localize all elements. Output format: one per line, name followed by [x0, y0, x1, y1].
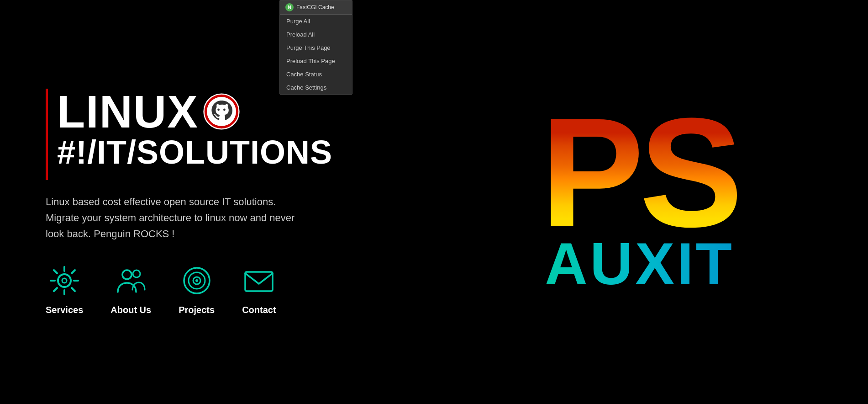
menu-item-cache-settings[interactable]: Cache Settings — [280, 81, 352, 94]
menu-item-purge-this-page[interactable]: Purge This Page — [280, 41, 352, 54]
svg-point-14 — [122, 270, 132, 279]
about-us-icon — [115, 265, 147, 298]
logo-text-block: LINUX #!/IT/SOLUTIONS — [57, 89, 332, 170]
services-icon — [48, 265, 80, 298]
svg-point-2 — [217, 108, 220, 111]
svg-line-10 — [54, 270, 57, 273]
projects-icon — [181, 265, 213, 298]
nav-item-about-us[interactable]: About Us — [110, 265, 151, 315]
tagline-text: Linux based cost effective open source I… — [46, 194, 301, 242]
svg-point-15 — [133, 270, 140, 277]
projects-label: Projects — [179, 305, 215, 315]
dropdown-title: FastCGI Cache — [296, 4, 334, 11]
services-label: Services — [46, 305, 83, 315]
svg-point-3 — [223, 108, 226, 111]
svg-line-12 — [72, 270, 75, 273]
menu-item-purge-all[interactable]: Purge All — [280, 15, 352, 28]
nginx-icon: N — [285, 3, 294, 11]
nav-item-projects[interactable]: Projects — [179, 265, 215, 315]
svg-point-4 — [58, 274, 71, 287]
contact-label: Contact — [242, 305, 276, 315]
contact-icon — [243, 265, 275, 298]
svg-point-5 — [62, 278, 67, 283]
about-us-label: About Us — [110, 305, 151, 315]
nav-icons: Services About Us — [46, 265, 384, 315]
svg-rect-20 — [245, 272, 273, 291]
linux-row: LINUX — [57, 89, 332, 134]
github-icon — [203, 93, 240, 130]
menu-item-cache-status[interactable]: Cache Status — [280, 68, 352, 81]
nav-item-services[interactable]: Services — [46, 265, 83, 315]
auxit-brand-text: AUXIT — [545, 229, 734, 298]
menu-item-preload-all[interactable]: Preload All — [280, 28, 352, 41]
dropdown-header: N FastCGI Cache — [280, 0, 352, 15]
ps-brand-text: PS — [541, 106, 739, 239]
linux-text: LINUX — [57, 89, 199, 134]
svg-line-13 — [54, 288, 57, 291]
main-content: LINUX #!/IT/SOLUTIONS Linux based cost e… — [0, 0, 868, 404]
red-bar-decoration — [46, 89, 48, 180]
menu-item-preload-this-page[interactable]: Preload This Page — [280, 54, 352, 68]
hashbang-text: #!/IT/SOLUTIONS — [57, 134, 332, 170]
nav-item-contact[interactable]: Contact — [242, 265, 276, 315]
left-section: LINUX #!/IT/SOLUTIONS Linux based cost e… — [0, 70, 411, 334]
fastcgi-cache-dropdown: N FastCGI Cache Purge All Preload All Pu… — [279, 0, 352, 95]
right-section: PS AUXIT — [411, 88, 868, 316]
svg-point-19 — [195, 279, 198, 282]
svg-line-11 — [72, 288, 75, 291]
logo-area: LINUX #!/IT/SOLUTIONS — [46, 89, 384, 180]
